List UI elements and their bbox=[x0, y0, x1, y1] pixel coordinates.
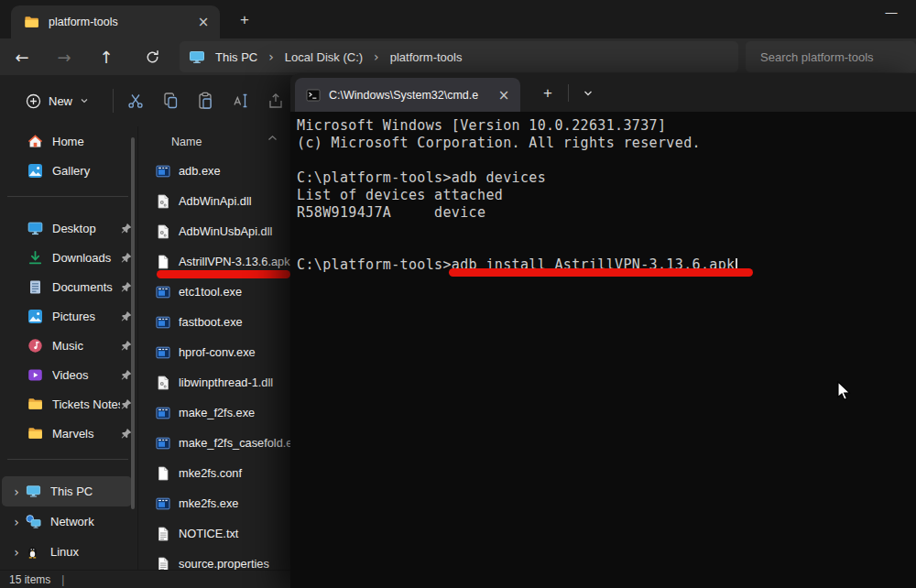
minimize-button[interactable]: — bbox=[870, 0, 912, 24]
breadcrumb-separator-icon[interactable]: › bbox=[268, 49, 274, 64]
terminal-tab-bar: C:\Windows\System32\cmd.e × + bbox=[290, 73, 916, 112]
forward-button[interactable]: → bbox=[48, 41, 81, 72]
terminal-body[interactable]: Microsoft Windows [Version 10.0.22631.37… bbox=[290, 112, 916, 588]
file-name: source.properties bbox=[179, 557, 269, 570]
sidebar-item-label: Documents bbox=[52, 280, 120, 294]
up-button[interactable]: ↑ bbox=[90, 41, 123, 72]
paste-button[interactable] bbox=[192, 83, 219, 118]
sidebar-item-label: Tickets Notes bbox=[52, 397, 120, 411]
documents-icon bbox=[27, 279, 43, 295]
search-input[interactable] bbox=[758, 49, 903, 65]
expand-chevron-icon[interactable]: › bbox=[7, 545, 26, 560]
sidebar-item-label: Desktop bbox=[52, 222, 120, 235]
sidebar-item-gallery[interactable]: Gallery bbox=[2, 156, 132, 185]
sidebar-item-tickets-notes[interactable]: Tickets Notes bbox=[2, 389, 132, 419]
tab-close-icon[interactable]: × bbox=[192, 11, 214, 33]
file-list-pane: Name adb.exeAdbWinApi.dllAdbWinUsbApi.dl… bbox=[137, 126, 291, 570]
toolbar-separator bbox=[113, 89, 114, 113]
breadcrumb-separator-icon[interactable]: › bbox=[374, 49, 379, 64]
file-name: NOTICE.txt bbox=[179, 527, 238, 540]
share-button[interactable] bbox=[263, 83, 289, 118]
status-bar: 15 items | bbox=[0, 570, 290, 588]
sidebar-separator bbox=[7, 196, 128, 197]
back-button[interactable]: ← bbox=[5, 41, 38, 72]
file-row[interactable]: adb.exe bbox=[138, 156, 291, 186]
copy-button[interactable] bbox=[157, 83, 183, 118]
terminal-new-tab-button[interactable]: + bbox=[534, 81, 562, 105]
sidebar-item-this-pc[interactable]: ›This PC bbox=[2, 476, 132, 506]
videos-icon bbox=[27, 367, 43, 383]
file-row[interactable]: mke2fs.conf bbox=[138, 458, 291, 488]
linux-icon bbox=[26, 544, 41, 560]
home-icon bbox=[27, 134, 43, 149]
sidebar-item-label: Music bbox=[52, 339, 120, 353]
expand-chevron-icon[interactable]: › bbox=[7, 485, 26, 499]
file-name: mke2fs.conf bbox=[179, 466, 242, 480]
file-name: AstrillVPN-3.13.6.apk bbox=[179, 255, 290, 268]
terminal-tab[interactable]: C:\Windows\System32\cmd.e × bbox=[295, 78, 520, 112]
file-row[interactable]: source.properties bbox=[138, 549, 291, 570]
file-row[interactable]: mke2fs.exe bbox=[138, 488, 291, 518]
expand-chevron-icon[interactable]: › bbox=[7, 515, 26, 529]
terminal-dropdown-button[interactable] bbox=[574, 81, 602, 105]
file-row[interactable]: etc1tool.exe bbox=[138, 277, 291, 307]
breadcrumb-item[interactable]: platform-tools bbox=[386, 48, 467, 67]
item-count: 15 items bbox=[9, 573, 50, 586]
folder-icon bbox=[27, 426, 43, 441]
new-tab-button[interactable]: + bbox=[233, 8, 256, 32]
file-row[interactable]: AdbWinApi.dll bbox=[138, 186, 291, 216]
file-row[interactable]: AdbWinUsbApi.dll bbox=[138, 216, 291, 246]
file-row[interactable]: fastboot.exe bbox=[138, 307, 291, 337]
breadcrumb: This PC›Local Disk (C:)›platform-tools bbox=[211, 48, 466, 67]
rename-button[interactable] bbox=[227, 83, 254, 118]
sidebar-item-videos[interactable]: Videos bbox=[2, 360, 132, 389]
file-name: make_f2fs_casefold.exe bbox=[179, 436, 291, 450]
txt-file-icon bbox=[156, 557, 170, 571]
refresh-button[interactable] bbox=[136, 41, 169, 72]
terminal-tab-divider bbox=[568, 84, 569, 102]
sidebar-item-marvels[interactable]: Marvels bbox=[2, 419, 132, 448]
red-underline-annotation bbox=[449, 268, 753, 277]
file-row[interactable]: make_f2fs_casefold.exe bbox=[138, 428, 291, 458]
file-row[interactable]: hprof-conv.exe bbox=[138, 337, 291, 367]
file-row[interactable]: NOTICE.txt bbox=[138, 518, 291, 549]
file-name: libwinpthread-1.dll bbox=[179, 376, 273, 389]
chevron-down-icon bbox=[583, 88, 594, 99]
dll-file-icon bbox=[156, 194, 170, 209]
search-box[interactable] bbox=[746, 41, 916, 72]
file-name: make_f2fs.exe bbox=[179, 406, 255, 419]
exe-file-icon bbox=[156, 406, 170, 420]
circle-plus-icon bbox=[26, 93, 41, 109]
sidebar-item-music[interactable]: Music bbox=[2, 331, 132, 360]
sidebar-item-label: Gallery bbox=[52, 164, 132, 178]
terminal-tab-close-icon[interactable]: × bbox=[493, 84, 515, 106]
cut-button[interactable] bbox=[122, 83, 148, 118]
sidebar-item-linux[interactable]: ›Linux bbox=[2, 537, 132, 567]
cut-icon bbox=[126, 92, 145, 110]
sidebar-item-downloads[interactable]: Downloads bbox=[2, 243, 132, 272]
new-button[interactable]: New bbox=[16, 87, 98, 115]
file-row[interactable]: make_f2fs.exe bbox=[138, 397, 291, 428]
sidebar-item-network[interactable]: ›Network bbox=[2, 506, 132, 537]
sidebar-item-pictures[interactable]: Pictures bbox=[2, 301, 132, 331]
file-name: etc1tool.exe bbox=[179, 285, 242, 299]
breadcrumb-item[interactable]: This PC bbox=[211, 48, 262, 67]
command-toolbar: New bbox=[0, 75, 289, 126]
sidebar-item-label: Pictures bbox=[52, 310, 120, 323]
pictures-icon bbox=[27, 309, 43, 324]
sidebar-scrollbar[interactable] bbox=[131, 137, 135, 509]
sidebar-item-documents[interactable]: Documents bbox=[2, 272, 132, 301]
breadcrumb-item[interactable]: Local Disk (C:) bbox=[280, 48, 367, 67]
file-name: AdbWinUsbApi.dll bbox=[179, 224, 272, 238]
sidebar-item-home[interactable]: Home bbox=[2, 126, 132, 156]
sidebar-item-desktop[interactable]: Desktop bbox=[2, 213, 132, 243]
exe-file-icon bbox=[156, 345, 170, 360]
explorer-tab[interactable]: platform-tools × bbox=[11, 5, 220, 38]
dll-file-icon bbox=[156, 376, 170, 390]
file-file-icon bbox=[156, 466, 170, 481]
refresh-icon bbox=[145, 49, 160, 65]
file-row[interactable]: libwinpthread-1.dll bbox=[138, 367, 291, 397]
file-name: AdbWinApi.dll bbox=[179, 194, 252, 208]
sort-ascending-icon[interactable] bbox=[267, 129, 278, 146]
address-bar[interactable]: This PC›Local Disk (C:)›platform-tools bbox=[180, 41, 738, 72]
